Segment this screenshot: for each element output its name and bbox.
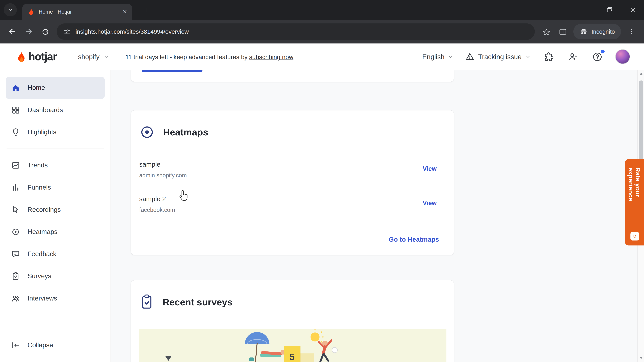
partial-card-top — [131, 70, 454, 82]
heatmap-row[interactable]: sample 2 facebook.com View — [131, 189, 454, 223]
puzzle-icon — [544, 52, 554, 62]
address-bar[interactable]: insights.hotjar.com/sites/3814994/overvi… — [57, 23, 535, 40]
minimize-icon — [583, 6, 590, 13]
scroll-down-arrow[interactable] — [638, 355, 644, 361]
view-link[interactable]: View — [422, 199, 436, 206]
collapse-label: Collapse — [28, 342, 53, 349]
side-panel-button[interactable] — [554, 23, 571, 40]
sidebar-item-label: Feedback — [28, 250, 56, 258]
notification-dot — [601, 50, 604, 53]
warning-icon — [466, 52, 474, 61]
feedback-icon — [11, 250, 20, 259]
site-info-icon[interactable] — [63, 28, 71, 35]
sidebar-item-label: Funnels — [28, 184, 51, 191]
reload-icon — [41, 27, 50, 36]
heatmaps-icon — [11, 227, 20, 237]
highlights-icon — [11, 128, 20, 137]
sidebar-item-label: Interviews — [28, 295, 57, 302]
tracking-issue-menu[interactable]: Tracking issue — [466, 52, 531, 61]
app-header: hotjar shopify 11 trial days left - keep… — [0, 43, 644, 70]
chevron-down-icon — [525, 54, 531, 59]
sidebar-nav: Home Dashboards Highlights Trends Funnel… — [0, 70, 110, 309]
sidebar-item-funnels[interactable]: Funnels — [6, 176, 105, 199]
sidebar-item-trends[interactable]: Trends — [6, 154, 105, 176]
tab-title: Home - Hotjar — [38, 8, 121, 15]
browser-tab[interactable]: Home - Hotjar ✕ — [22, 4, 132, 20]
bookmark-button[interactable] — [538, 23, 554, 40]
collapse-icon — [11, 341, 20, 350]
close-window-button[interactable] — [621, 0, 644, 20]
site-selector[interactable]: shopify — [78, 53, 109, 61]
sidebar-item-dashboards[interactable]: Dashboards — [6, 99, 105, 121]
surveys-card-icon — [139, 294, 154, 310]
scrollbar-thumb[interactable] — [639, 80, 643, 163]
browser-menu-button[interactable] — [624, 23, 640, 40]
scroll-up-arrow[interactable] — [638, 70, 644, 77]
heatmaps-card-icon — [139, 124, 155, 140]
sidebar-item-label: Heatmaps — [28, 228, 58, 236]
avatar[interactable] — [615, 49, 630, 64]
new-tab-icon: + — [144, 5, 150, 15]
screen: Home - Hotjar ✕ + insights. — [0, 0, 644, 362]
hotjar-flame-icon — [16, 51, 26, 62]
heatmap-site: facebook.com — [139, 206, 446, 213]
language-label: English — [422, 53, 444, 61]
new-tab-button[interactable]: + — [142, 5, 152, 15]
logo-text: hotjar — [28, 50, 57, 63]
sidebar-item-feedback[interactable]: Feedback — [6, 243, 105, 265]
tab-search-button[interactable] — [4, 3, 17, 16]
tab-search-icon — [8, 7, 13, 13]
tab-close-icon[interactable]: ✕ — [121, 7, 129, 16]
rate-experience-label: Rate your experience — [628, 167, 642, 229]
sidebar-item-highlights[interactable]: Highlights — [6, 121, 105, 143]
sidebar-item-interviews[interactable]: Interviews — [6, 287, 105, 309]
restore-icon — [606, 6, 613, 13]
go-to-heatmaps-link[interactable]: Go to Heatmaps — [389, 236, 439, 243]
sidebar-divider — [6, 149, 104, 149]
surveys-card-header: Recent surveys — [131, 280, 454, 324]
reload-button[interactable] — [37, 23, 53, 40]
view-link[interactable]: View — [422, 165, 436, 172]
chevron-down-icon — [104, 54, 109, 59]
rate-experience-tab[interactable]: Rate your experience — [625, 159, 644, 245]
sidebar-item-recordings[interactable]: Recordings — [6, 199, 105, 221]
minimize-button[interactable] — [575, 0, 598, 20]
partial-button[interactable] — [142, 70, 202, 72]
invite-user-button[interactable] — [567, 50, 579, 63]
side-panel-icon — [558, 27, 567, 36]
sidebar-item-heatmaps[interactable]: Heatmaps — [6, 221, 105, 243]
sidebar-item-label: Recordings — [28, 206, 61, 213]
surveys-icon — [11, 272, 20, 281]
collapse-button[interactable]: Collapse — [6, 334, 105, 356]
subscribe-link[interactable]: subscribing now — [249, 53, 293, 60]
trial-banner: 11 trial days left - keep advanced featu… — [126, 53, 294, 60]
trends-icon — [11, 161, 20, 170]
back-icon — [8, 27, 17, 36]
language-selector[interactable]: English — [422, 53, 454, 61]
sidebar-collapse: Collapse — [0, 334, 110, 356]
sidebar-item-label: Surveys — [28, 273, 51, 280]
hotjar-logo[interactable]: hotjar — [16, 50, 57, 63]
sidebar-item-label: Dashboards — [28, 106, 63, 114]
restore-button[interactable] — [598, 0, 621, 20]
funnels-icon — [11, 183, 20, 192]
sidebar-item-surveys[interactable]: Surveys — [6, 265, 105, 287]
podium-number: 5 — [290, 352, 295, 362]
sidebar-item-home[interactable]: Home — [6, 77, 105, 99]
incognito-label: Incognito — [592, 28, 615, 35]
surveys-illustration: 5 — [139, 329, 446, 362]
smiley-icon — [630, 232, 639, 241]
help-icon — [592, 51, 602, 62]
forward-button[interactable] — [20, 23, 37, 40]
heatmap-row[interactable]: sample admin.shopify.com View — [131, 154, 454, 189]
incognito-icon — [580, 27, 588, 36]
invite-user-icon — [568, 51, 578, 62]
heatmap-name: sample — [139, 161, 446, 168]
window-controls — [575, 0, 644, 20]
recent-surveys-card: Recent surveys — [131, 280, 454, 362]
heatmap-name: sample 2 — [139, 195, 446, 203]
back-button[interactable] — [4, 23, 20, 40]
integrations-button[interactable] — [542, 50, 555, 63]
help-button[interactable] — [591, 50, 603, 63]
sidebar-item-label: Trends — [28, 162, 48, 169]
